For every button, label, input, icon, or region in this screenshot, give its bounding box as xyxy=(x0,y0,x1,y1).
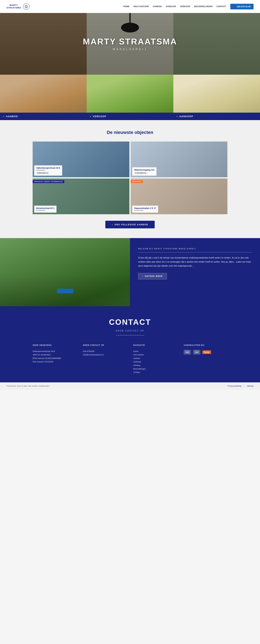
nav-buy[interactable]: AANKOOP xyxy=(166,5,176,8)
partner-logos: NVM VBO funda xyxy=(184,350,228,354)
card-label-aanbod[interactable]: › AANBOD xyxy=(0,113,87,120)
card-label-verkoop[interactable]: › VERKOOP xyxy=(87,113,173,120)
arrow-icon: › xyxy=(3,115,4,118)
object-info-1: Valkenburgerstraat 34 E Amsterdam € 850.… xyxy=(34,166,62,176)
footer-nav-sell[interactable]: Verkoop xyxy=(133,364,177,367)
sold-badge-3: VERKOCHT ONDER VOORBEHOUD xyxy=(32,180,64,183)
object-price-2: € 675.000 k.k. xyxy=(134,172,147,174)
address-line-4: KvK-nummer 34128105 xyxy=(32,360,76,364)
offer-btn-arrow: › xyxy=(112,223,113,226)
logo[interactable]: MARTY STRAATSMA 🏠 xyxy=(6,3,30,10)
objects-grid: Valkenburgerstraat 34 E Amsterdam € 850.… xyxy=(32,142,228,214)
svg-text:🏠: 🏠 xyxy=(24,5,28,8)
contact-subtitle-wrapper: NEEM CONTACT OP xyxy=(6,329,254,344)
lamp-decoration xyxy=(120,13,140,32)
about-image xyxy=(0,238,130,306)
footer-nav-office[interactable]: Ons kantoor xyxy=(133,353,177,357)
partner-nvm: NVM xyxy=(184,350,191,354)
contact-col-contact: Neem contact op 020-6790290 info@martyst… xyxy=(83,344,127,374)
footer-nav-buy[interactable]: Aankoop xyxy=(133,360,177,364)
footer-text: Powered by: Goes & Vaes. Alle rechten vo… xyxy=(6,385,50,387)
object-card-2[interactable]: Waterkeringweg 121 € 675.000 k.k. xyxy=(131,142,228,177)
col-title-nav: Navigatie xyxy=(133,344,177,347)
object-address-3: Bonairestraat 63 1 xyxy=(36,207,54,209)
svg-rect-3 xyxy=(129,13,131,24)
nav-contact[interactable]: CONTACT xyxy=(216,5,226,8)
property-card-aankoop[interactable]: › AANKOOP xyxy=(173,75,260,120)
object-price-1: € 850.000 k.k. xyxy=(36,172,49,174)
arrow-icon: › xyxy=(90,115,91,118)
svg-text:VBO: VBO xyxy=(195,352,198,353)
about-section: WELKOM BIJ MARTY STRAATSMA MAKELAARDIJ I… xyxy=(0,238,260,306)
object-card-3[interactable]: VERKOCHT ONDER VOORBEHOUD Bonairestraat … xyxy=(32,178,129,214)
site-header: MARTY STRAATSMA 🏠 HOME ONS KANTOOR AANBO… xyxy=(0,0,260,13)
phone-button[interactable]: 📞 020 679 02 90 xyxy=(230,4,254,10)
contact-section: CONTACT NEEM CONTACT OP Onze gegevens Ol… xyxy=(0,306,260,382)
contact-col-address: Onze gegevens Oldenbarnevelstraat 54-B 1… xyxy=(32,344,76,374)
object-card-4[interactable]: VERKOCHT Haparandadam 2 E 17 Amsterdam xyxy=(131,178,228,214)
section-title: De nieuwste objecten xyxy=(6,130,254,135)
contact-col-navigation: Navigatie Home Ons kantoor Aanbod Aankoo… xyxy=(133,344,177,374)
nav-reviews[interactable]: BEOORDELINGEN xyxy=(194,5,212,8)
address-line-2: 1052 KC Amsterdam xyxy=(32,353,76,357)
arrow-icon: › xyxy=(176,115,178,118)
object-address-2: Waterkeringweg 121 xyxy=(134,169,154,171)
full-offer-button-container: › ONS VOLLEDIGE AANBOD xyxy=(6,221,254,228)
object-city-4: Amsterdam xyxy=(134,209,156,211)
hero-content: MARTY STRAATSMA MAKELAARDIJ xyxy=(83,37,177,51)
footer-links: Privacyverklaring | Sitemap xyxy=(228,385,254,387)
site-footer: Powered by: Goes & Vaes. Alle rechten vo… xyxy=(0,382,260,390)
hero-section: MARTY STRAATSMA MAKELAARDIJ xyxy=(0,13,260,75)
object-city-1: Amsterdam xyxy=(36,169,60,171)
property-card-verkoop[interactable]: › VERKOOP xyxy=(87,75,173,120)
discover-arrow: › xyxy=(142,275,143,277)
privacy-link[interactable]: Privacyverklaring xyxy=(228,385,241,387)
svg-text:NVM: NVM xyxy=(186,352,189,353)
offer-btn-label: ONS VOLLEDIGE AANBOD xyxy=(114,223,148,226)
about-tag: WELKOM BIJ MARTY STRAATSMA MAKELAARDIJ xyxy=(138,248,252,252)
property-card-aanbod[interactable]: › AANBOD xyxy=(0,75,87,120)
card-label-aankoop[interactable]: › AANKOOP xyxy=(173,113,260,120)
property-category-cards: › AANBOD › VERKOOP › AANKOOP xyxy=(0,75,260,120)
phone-icon: 📞 xyxy=(233,5,236,8)
phone-number: 020 679 02 90 xyxy=(237,5,250,8)
card-label-text: VERKOOP xyxy=(93,115,106,118)
svg-point-4 xyxy=(121,23,139,32)
card-label-text: AANBOD xyxy=(6,115,18,118)
main-nav: HOME ONS KANTOOR AANBOD AANKOOP VERKOOP … xyxy=(123,4,254,10)
footer-nav-reviews[interactable]: Beoordelingen xyxy=(133,367,177,371)
partner-funda: funda xyxy=(202,350,211,354)
contact-email-link[interactable]: info@martystraatsma.nl xyxy=(83,353,127,357)
nav-office[interactable]: ONS KANTOOR xyxy=(134,5,149,8)
hero-subtitle: MAKELAARDIJ xyxy=(83,48,177,51)
col-title-address: Onze gegevens xyxy=(32,344,76,347)
nav-offer[interactable]: AANBOD xyxy=(153,5,162,8)
footer-nav-offer[interactable]: Aanbod xyxy=(133,357,177,360)
about-text: Ik ben blij dat u mij in de wirwar van A… xyxy=(138,256,252,268)
footer-nav-home[interactable]: Home xyxy=(133,350,177,353)
logo-text-line2: STRAATSMA xyxy=(6,6,21,9)
hero-title: MARTY STRAATSMA xyxy=(83,37,177,46)
logo-text-line1: MARTY xyxy=(6,4,21,6)
footer-nav-contact[interactable]: Contact xyxy=(133,371,177,374)
col-title-partners: Aangesloten bij xyxy=(184,344,228,347)
object-address-4: Haparandadam 2 E 17 xyxy=(134,207,156,209)
nav-home[interactable]: HOME xyxy=(123,5,130,8)
discover-button[interactable]: › ONTDEK MEER xyxy=(138,273,167,280)
contact-phone-link[interactable]: 020-6790290 xyxy=(83,350,127,353)
card-label-text: AANKOOP xyxy=(179,115,193,118)
full-offer-button[interactable]: › ONS VOLLEDIGE AANBOD xyxy=(105,221,154,228)
contact-subtitle: NEEM CONTACT OP xyxy=(116,330,144,336)
nav-sell[interactable]: VERKOOP xyxy=(180,5,190,8)
address-line-1: Oldenbarnevelstraat 54-B xyxy=(32,350,76,353)
sold-badge-4: VERKOCHT xyxy=(131,180,143,183)
partner-vbo: VBO xyxy=(193,350,200,354)
object-info-2: Waterkeringweg 121 € 675.000 k.k. xyxy=(132,167,156,176)
sitemap-link[interactable]: Sitemap xyxy=(247,385,254,387)
about-content: WELKOM BIJ MARTY STRAATSMA MAKELAARDIJ I… xyxy=(130,238,260,306)
address-line-3: BTW-nummer NL002169920B94 xyxy=(32,357,76,360)
contact-col-partners: Aangesloten bij NVM VBO funda xyxy=(184,344,228,374)
newest-objects-section: De nieuwste objecten Valkenburgerstraat … xyxy=(0,120,260,238)
object-card-1[interactable]: Valkenburgerstraat 34 E Amsterdam € 850.… xyxy=(32,142,129,177)
bench-decoration xyxy=(57,289,73,293)
